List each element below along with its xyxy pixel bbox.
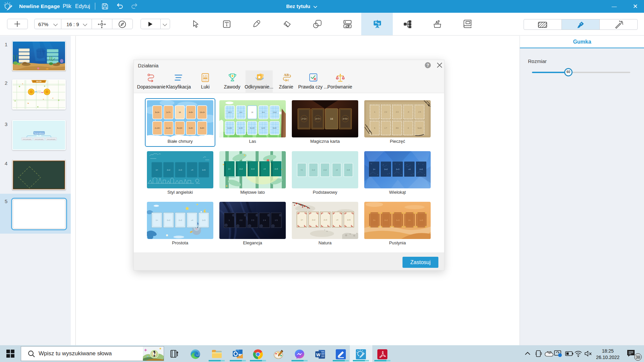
svg-text:1=: 1= <box>373 168 375 170</box>
svg-text:VS: VS <box>37 90 41 94</box>
svg-text:2+3=: 2+3= <box>302 118 307 120</box>
svg-text:+4: +4 <box>263 168 266 170</box>
svg-text:16: 16 <box>179 111 181 113</box>
svg-text:AB: AB <box>284 73 289 77</box>
svg-text:8+6=: 8+6= <box>273 127 276 129</box>
svg-text:2 4: 2 4 <box>263 219 266 221</box>
svg-text:3+7=: 3+7= <box>315 118 321 120</box>
svg-text:2+3: 2+3 <box>324 219 327 221</box>
svg-text:2+2: 2+2 <box>167 219 170 221</box>
svg-text:2+2: 2+2 <box>384 219 388 221</box>
svg-text:2+3: 2+3 <box>323 169 326 171</box>
svg-text:2+5: 2+5 <box>347 219 351 221</box>
svg-text:3+4=: 3+4= <box>261 127 265 129</box>
svg-text:2+7=: 2+7= <box>166 111 171 113</box>
svg-text:2+3: 2+3 <box>396 168 399 170</box>
svg-text:temat podrzędny: temat podrzędny <box>23 139 32 140</box>
svg-text:4==: 4== <box>262 111 265 113</box>
svg-text:1=: 1= <box>156 169 158 171</box>
svg-text:+4: +4 <box>408 168 411 170</box>
svg-text:2+16=: 2+16= <box>227 127 232 129</box>
svg-text:11-6=: 11-6= <box>239 127 243 129</box>
svg-text:=1: =1 <box>301 169 303 171</box>
svg-text:2=: 2= <box>409 219 411 221</box>
svg-text:2+5: 2+5 <box>202 169 206 171</box>
svg-text:6+6=: 6+6= <box>189 127 193 129</box>
svg-text:3 3: 3 3 <box>251 219 254 221</box>
svg-text:3=: 3= <box>373 219 376 221</box>
svg-text:8+8=: 8+8= <box>200 127 205 129</box>
svg-text:1==: 1== <box>239 111 243 113</box>
svg-text:6: 6 <box>374 127 375 129</box>
svg-text:14-3: 14-3 <box>228 111 231 113</box>
svg-text:c: c <box>287 78 289 82</box>
svg-text:8+3=: 8+3= <box>155 111 160 113</box>
svg-text:1 7: 1 7 <box>384 127 387 129</box>
svg-text:2+2: 2+2 <box>312 169 315 171</box>
svg-text:2+5: 2+5 <box>347 169 350 171</box>
svg-text:2+2: 2+2 <box>312 219 316 221</box>
svg-text:+4: +4 <box>191 169 194 171</box>
svg-text:2 5: 2 5 <box>418 111 421 113</box>
svg-text:2+3: 2+3 <box>251 168 255 170</box>
svg-text:2+2: 2+2 <box>167 169 170 171</box>
svg-text:13+2=: 13+2= <box>200 111 205 113</box>
svg-text:2 2: 2 2 <box>384 111 387 113</box>
svg-text:1=: 1= <box>301 219 303 221</box>
svg-text:16: 16 <box>251 111 253 113</box>
svg-text:2+5: 2+5 <box>274 168 278 170</box>
svg-text:5x10: 5x10 <box>418 127 422 129</box>
svg-text:2+5: 2+5 <box>419 168 423 170</box>
svg-text:13+2: 13+2 <box>273 111 276 113</box>
svg-text:2+2: 2+2 <box>384 168 388 170</box>
svg-text:W: W <box>316 352 321 357</box>
svg-text:8 8: 8 8 <box>396 127 398 129</box>
svg-text:temat podrzędny: temat podrzędny <box>47 139 56 140</box>
svg-text:2+14=: 2+14= <box>155 127 160 129</box>
svg-text:8+13=: 8+13= <box>177 127 182 129</box>
svg-text:?: ? <box>427 63 429 68</box>
svg-text:4: 4 <box>408 127 409 129</box>
svg-text:temat podrzędny: temat podrzędny <box>35 139 44 140</box>
svg-text:-4: -4 <box>408 111 409 113</box>
svg-text:8+13=: 8+13= <box>250 127 255 129</box>
svg-text:1: 1 <box>374 111 375 113</box>
svg-text:2+2: 2+2 <box>239 168 243 170</box>
svg-text:1+5: 1+5 <box>420 219 423 221</box>
svg-text:00:20: 00:20 <box>36 80 42 82</box>
svg-text:1+3: 1+3 <box>396 219 400 221</box>
svg-text:2+3: 2+3 <box>178 219 182 221</box>
svg-text:+4: +4 <box>191 219 194 221</box>
svg-text:1=: 1= <box>228 168 230 170</box>
svg-text:4+5=: 4+5= <box>343 118 348 120</box>
svg-text:2+5: 2+5 <box>202 219 206 221</box>
svg-text:+4: +4 <box>336 219 339 221</box>
svg-text:Temat główny: Temat główny <box>34 132 44 134</box>
svg-text:11+4=: 11+4= <box>166 127 171 129</box>
svg-text:1 5: 1 5 <box>275 219 278 221</box>
svg-text:1=: 1= <box>156 219 158 221</box>
svg-text:16: 16 <box>330 117 333 120</box>
svg-text:2 3: 2 3 <box>396 111 398 113</box>
svg-text:4+5=: 4+5= <box>189 111 193 113</box>
svg-text:+4: +4 <box>336 169 338 171</box>
svg-text:2 2: 2 2 <box>239 219 243 221</box>
svg-text:2+3: 2+3 <box>178 169 182 171</box>
